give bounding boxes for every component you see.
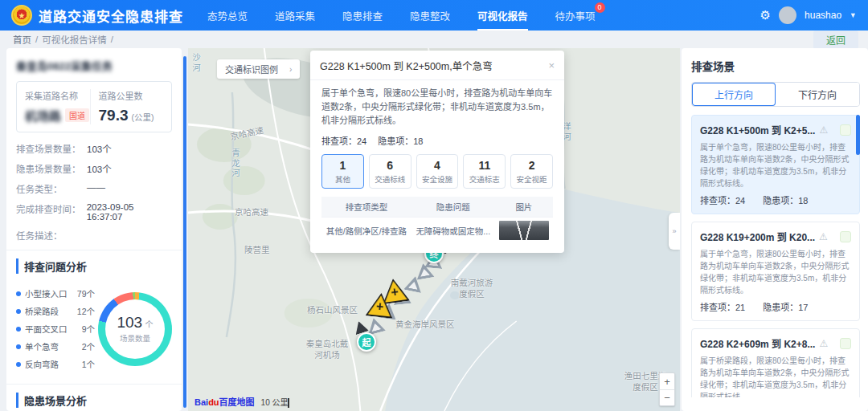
stat-value: 103个 — [87, 162, 112, 175]
traffic-sign-legend-button[interactable]: 交通标识图例 › — [217, 59, 300, 79]
task-detail-panel: 秦皇岛0822采集任务 采集道路名称 机场路国道 道路公里数 79.3(公里) … — [6, 48, 182, 411]
chevron-right-icon: › — [289, 65, 292, 74]
table-header: 图片 — [495, 197, 553, 218]
settings-gear-icon[interactable]: ⚙ — [760, 8, 771, 22]
scene-card-title: G228 K2+609m 到 K2+8... — [700, 336, 815, 350]
stat-value: —— — [87, 182, 105, 195]
road-summary-card: 采集道路名称 机场路国道 道路公里数 79.3(公里) — [16, 81, 172, 132]
tab-upstream[interactable]: 上行方向 — [692, 83, 776, 106]
zoom-out-button[interactable]: − — [660, 389, 674, 405]
scene-list-scrollbar[interactable] — [856, 115, 860, 155]
panel-collapse-handle[interactable]: » — [669, 213, 680, 250]
breadcrumb-separator: / — [35, 35, 38, 44]
table-cell-type: 其他/路侧净区/排查路 — [321, 218, 411, 244]
table-header: 隐患问题 — [411, 197, 495, 218]
map-scale: 10 公里 — [261, 396, 290, 408]
stat-label: 排查场景数量： — [16, 142, 87, 155]
donut-chart: 103 个 场景数量 — [98, 292, 172, 366]
warning-triangle-icon: ⚠ — [819, 338, 828, 349]
police-badge-icon: ★ — [11, 5, 32, 26]
stat-completion-time: 完成排查时间： 2023-09-05 16:37:07 — [16, 202, 172, 222]
scene-card[interactable]: G228 K19+200m 到 K20... ⚠ 属于单个急弯，限速80公里每小… — [691, 222, 860, 321]
stat-box-other[interactable]: 1其他 — [321, 154, 364, 189]
legend-item: 反向弯路1个 — [16, 358, 95, 370]
stat-task-description: 任务描述： — [16, 229, 172, 242]
tab-downstream[interactable]: 下行方向 — [776, 83, 859, 106]
nav-item-visual-report[interactable]: 可视化报告 — [477, 0, 528, 31]
legend-item: 单个急弯2个 — [16, 340, 95, 352]
scene-card-title: G228 K1+500m 到 K2+5... — [700, 123, 815, 136]
scene-card-description: 属于单个急弯，限速80公里每小时，排查路为机动车单向车道数2条，中央分隔形式绿化… — [700, 248, 851, 296]
scene-check-count: 排查项：24 — [700, 193, 745, 206]
scene-checkbox[interactable] — [840, 231, 851, 242]
map-label-town: 陵营里 — [244, 243, 270, 255]
nav-item-todo[interactable]: 待办事项 0 — [555, 0, 596, 31]
popup-title: G228 K1+500m 到 K2+500m,单个急弯 — [320, 58, 493, 73]
popup-check-count: 排查项：24 — [321, 134, 366, 147]
left-panel-scrollbar[interactable] — [183, 56, 186, 408]
table-header: 排查项类型 — [321, 197, 411, 218]
map-footer: Baidu百度地图 10 公里 — [194, 395, 289, 408]
scene-checkbox[interactable] — [840, 338, 851, 349]
problem-analysis-chart: 小型接入口79个 桥梁路段12个 平面交叉口9个 单个急弯2个 反向弯路1个 1… — [16, 282, 172, 376]
scene-card-description: 属于单个急弯，限速80公里每小时，排查路为机动车单向车道数2条，中央分隔形式绿化… — [700, 141, 851, 189]
stat-box-sight-distance[interactable]: 2安全视距 — [510, 154, 553, 189]
map-label-resort: 南戴河旅游度假区 — [447, 278, 497, 299]
nav-item-overview[interactable]: 态势总览 — [207, 0, 248, 31]
stat-label: 任务类型： — [16, 182, 87, 195]
scene-checkbox[interactable] — [840, 124, 851, 136]
legend-dot — [16, 344, 21, 349]
popup-close-icon[interactable]: × — [548, 59, 555, 71]
back-button[interactable]: 返回 — [813, 31, 858, 49]
popup-table: 排查项类型 隐患问题 图片 其他/路侧净区/排查路 无障碍物或固定物... — [321, 197, 553, 243]
popup-description: 属于单个急弯，限速80公里每小时，排查路为机动车单向车道数2条，中央分隔形式绿化… — [321, 87, 553, 128]
app-title: 道路交通安全隐患排查 — [39, 6, 183, 26]
legend-dot — [16, 362, 21, 367]
road-km-unit: (公里) — [131, 112, 154, 122]
scene-list-title: 排查场景 — [691, 58, 860, 74]
legend-dot — [16, 291, 21, 296]
road-type-badge: 国道 — [65, 108, 89, 122]
map[interactable]: 沙河 京哈高速 青龙河 京哈高速 陵营里 杨石山风景区 秦皇岛北戴河机场 北戴河… — [188, 48, 680, 411]
road-km-label: 道路公里数 — [99, 89, 164, 102]
warning-triangle-icon: ⚠ — [819, 231, 828, 242]
breadcrumb-home[interactable]: 首页 — [13, 33, 31, 46]
stat-scene-count: 排查场景数量： 103个 — [16, 142, 172, 155]
map-zoom-control: + − — [659, 372, 675, 406]
road-name-value: 机场路 — [25, 107, 61, 124]
stat-box-markings[interactable]: 6交通标线 — [369, 154, 411, 189]
scene-check-count: 排查项：21 — [700, 300, 745, 313]
nav-item-road-collection[interactable]: 道路采集 — [275, 0, 315, 31]
todo-count-badge: 0 — [595, 2, 605, 13]
stat-label: 隐患场景数量： — [16, 162, 87, 175]
nav-item-hazard-rectification[interactable]: 隐患整改 — [410, 0, 450, 31]
scene-detail-popup: G228 K1+500m 到 K2+500m,单个急弯 × 属于单个急弯，限速8… — [310, 51, 564, 253]
direction-tabs: 上行方向 下行方向 — [691, 82, 860, 107]
map-label-river: 沙河 — [190, 53, 203, 73]
legend-item: 桥梁路段12个 — [16, 305, 95, 317]
stat-value: 103个 — [87, 142, 112, 155]
zoom-in-button[interactable]: + — [660, 373, 674, 389]
user-menu-chevron-icon[interactable]: ▼ — [850, 11, 857, 19]
stat-box-safety-facility[interactable]: 4安全设施 — [416, 154, 459, 189]
user-avatar[interactable] — [779, 6, 796, 24]
scene-hazard-count: 隐患项：18 — [763, 193, 808, 206]
breadcrumb: 首页 / 可视化报告详情 / 返回 — [0, 31, 868, 48]
legend-dot — [16, 327, 21, 332]
map-label-coast: 黄金海岸风景区 — [395, 318, 455, 330]
main-nav: 态势总览 道路采集 隐患排查 隐患整改 可视化报告 待办事项 0 — [207, 0, 596, 31]
map-label-airport: 秦皇岛北戴河机场 — [302, 339, 352, 360]
nav-item-hazard-inspection[interactable]: 隐患排查 — [342, 0, 383, 31]
scene-card[interactable]: G228 K1+500m 到 K2+5... ⚠ 属于单个急弯，限速80公里每小… — [691, 115, 860, 214]
map-label-highway: 京哈高速 — [235, 206, 268, 218]
popup-hazard-count: 隐患项：18 — [378, 134, 423, 147]
table-row: 其他/路侧净区/排查路 无障碍物或固定物... — [321, 218, 553, 244]
scene-card[interactable]: G228 K2+609m 到 K2+8... ⚠ 属于桥梁路段，限速80公里每小… — [691, 328, 860, 397]
stat-box-signs[interactable]: 11交通标志 — [463, 154, 506, 189]
task-title: 秦皇岛0822采集任务 — [16, 58, 172, 73]
road-photo-thumbnail — [499, 221, 549, 240]
road-name-label: 采集道路名称 — [25, 89, 90, 102]
warning-triangle-icon: ⚠ — [819, 124, 828, 136]
stat-hazard-scene-count: 隐患场景数量： 103个 — [16, 162, 172, 175]
route-start-marker[interactable]: 起 — [357, 332, 376, 352]
